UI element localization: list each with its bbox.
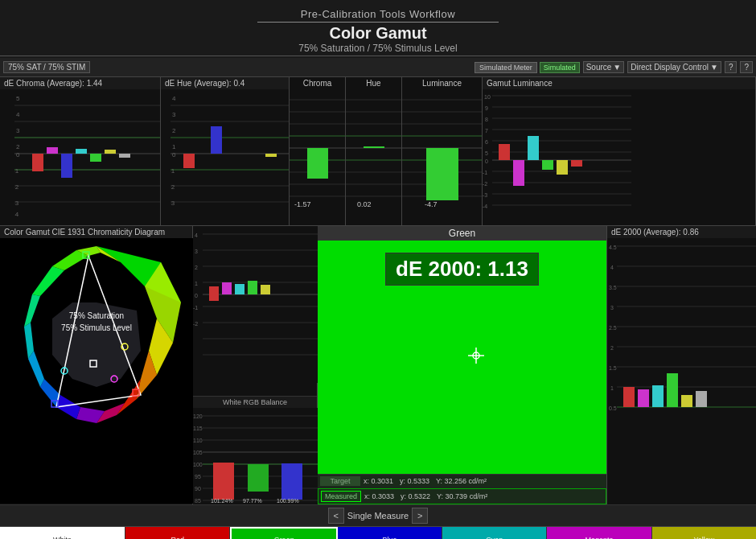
svg-text:-1: -1	[14, 167, 19, 175]
svg-text:110: 110	[193, 438, 203, 443]
svg-rect-21	[76, 149, 87, 154]
svg-text:7: 7	[485, 128, 488, 134]
svg-rect-42	[265, 154, 277, 157]
target-y: y: 0.5333	[400, 477, 429, 485]
help-btn-1[interactable]: ?	[725, 61, 738, 73]
target-x: x: 0.3031	[364, 477, 393, 485]
svg-text:5: 5	[485, 150, 488, 156]
swatch-blue[interactable]: Blue	[338, 527, 442, 539]
svg-rect-99	[513, 160, 524, 186]
svg-rect-195	[623, 387, 635, 407]
svg-rect-41	[211, 126, 222, 154]
gamut-luminance-title: Gamut Luminance	[483, 77, 755, 89]
svg-text:85: 85	[195, 498, 201, 504]
next-button[interactable]: >	[412, 508, 428, 524]
svg-text:2: 2	[195, 265, 198, 270]
svg-rect-18	[32, 154, 43, 171]
svg-text:2: 2	[172, 127, 176, 134]
svg-rect-23	[105, 150, 116, 154]
svg-text:-3: -3	[483, 192, 487, 198]
svg-text:-3: -3	[14, 200, 19, 207]
target-label: Target	[320, 476, 360, 486]
workflow-title: Pre-Calibration Tools Workflow	[0, 8, 756, 20]
svg-text:4: 4	[610, 265, 614, 270]
svg-text:2: 2	[16, 143, 20, 150]
hue-label: Hue	[366, 79, 380, 88]
svg-text:0: 0	[195, 293, 198, 298]
svg-text:1.5: 1.5	[609, 365, 617, 371]
svg-rect-63	[364, 146, 384, 148]
svg-text:3: 3	[195, 249, 198, 254]
svg-text:120: 120	[193, 414, 203, 419]
svg-rect-198	[667, 373, 678, 407]
swatch-yellow[interactable]: Yellow	[652, 527, 756, 539]
svg-text:-1: -1	[483, 170, 487, 175]
svg-rect-170	[281, 463, 302, 500]
svg-text:0: 0	[485, 158, 488, 164]
svg-text:0: 0	[16, 151, 20, 158]
svg-marker-117	[32, 266, 64, 296]
svg-text:4: 4	[172, 95, 176, 102]
svg-rect-102	[557, 160, 568, 175]
cie-saturation: 75% Saturation	[69, 311, 124, 320]
svg-rect-196	[638, 389, 649, 407]
svg-rect-168	[213, 463, 234, 500]
swatches-bar: White Red Green Blue Cyan Magenta Yellow	[0, 526, 756, 539]
de-hue-title: dE Hue (Average): 0.4	[161, 77, 289, 89]
svg-text:4: 4	[195, 232, 198, 238]
simulated-badge: Simulated	[540, 62, 580, 73]
page-subtitle: 75% Saturation / 75% Stimulus Level	[0, 43, 756, 54]
svg-rect-169	[248, 464, 269, 492]
svg-text:3: 3	[172, 111, 176, 118]
measured-x: x: 0.3033	[364, 492, 394, 500]
svg-text:105: 105	[193, 450, 203, 455]
svg-text:-4: -4	[483, 204, 487, 209]
svg-text:1: 1	[610, 385, 614, 391]
sat-stim-label: 75% SAT / 75% STIM	[3, 61, 90, 73]
svg-text:-2: -2	[193, 321, 198, 327]
svg-rect-146	[209, 286, 219, 301]
svg-rect-52	[307, 148, 328, 179]
cie-title: Color Gamut CIE 1931 Chromaticity Diagra…	[0, 226, 192, 238]
svg-text:3.5: 3.5	[609, 285, 617, 290]
svg-rect-40	[183, 154, 195, 168]
single-measure-label: Single Measure	[347, 511, 409, 520]
help-btn-2[interactable]: ?	[740, 61, 753, 73]
measured-label: Measured	[321, 491, 361, 502]
svg-text:100.99%: 100.99%	[277, 498, 299, 504]
svg-text:8: 8	[485, 117, 488, 122]
prev-button[interactable]: <	[328, 508, 344, 524]
svg-text:6: 6	[485, 139, 488, 145]
measured-Y: Y: 30.739 cd/m²	[437, 492, 487, 500]
svg-text:101.24%: 101.24%	[211, 498, 233, 504]
svg-rect-200	[696, 391, 707, 407]
direct-display-dropdown[interactable]: Direct Display Control ▼	[627, 61, 721, 73]
svg-text:-1.57: -1.57	[294, 200, 311, 208]
swatch-green[interactable]: Green	[230, 527, 337, 539]
swatch-magenta[interactable]: Magenta	[547, 527, 651, 539]
svg-marker-116	[24, 294, 40, 327]
measured-y: y: 0.5322	[401, 492, 430, 500]
svg-rect-74	[426, 148, 458, 200]
source-dropdown[interactable]: Source ▼	[583, 61, 625, 73]
svg-text:0.5: 0.5	[609, 405, 617, 411]
svg-rect-19	[47, 147, 58, 154]
de2000-avg-title: dE 2000 (Average): 0.86	[607, 226, 756, 238]
swatch-cyan[interactable]: Cyan	[442, 527, 547, 539]
cie-stimulus: 75% Stimulus Level	[61, 323, 132, 332]
chevron-down-icon: ▼	[613, 63, 621, 72]
svg-rect-199	[681, 395, 692, 407]
svg-rect-150	[261, 285, 270, 294]
svg-rect-197	[652, 385, 664, 407]
svg-text:-4: -4	[14, 211, 19, 218]
swatch-white[interactable]: White	[0, 527, 125, 539]
svg-text:-1: -1	[193, 305, 198, 311]
svg-text:-2: -2	[171, 183, 175, 191]
swatch-red[interactable]: Red	[125, 527, 230, 539]
svg-text:97.77%: 97.77%	[243, 498, 262, 504]
simulated-meter-label: Simulated Meter	[475, 62, 537, 73]
color-name: Green	[318, 226, 606, 241]
svg-rect-24	[119, 154, 130, 158]
chevron-down-icon: ▼	[710, 63, 718, 72]
svg-rect-20	[61, 154, 72, 178]
